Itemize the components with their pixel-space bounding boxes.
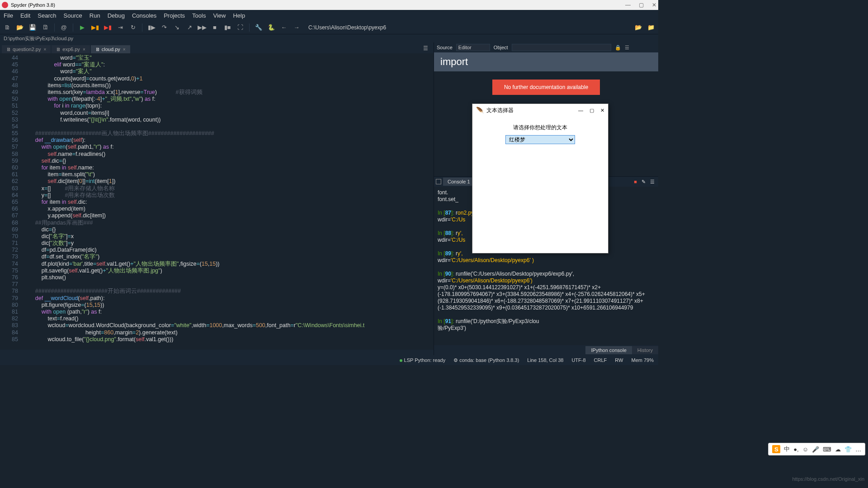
working-dir[interactable]: C:\Users\Alison\Desktop\pyexp6 bbox=[305, 24, 630, 31]
step-over-icon[interactable]: ↷ bbox=[160, 23, 169, 32]
close-tab-icon[interactable]: × bbox=[43, 47, 46, 52]
object-label: Object bbox=[494, 45, 508, 50]
close-tab-icon[interactable]: × bbox=[123, 47, 126, 52]
conda-status: ⚙ conda: base (Python 3.8.3) bbox=[453, 357, 519, 363]
lsp-status: LSP Python: ready bbox=[400, 357, 446, 363]
new-file-icon[interactable]: 🗎 bbox=[3, 23, 12, 32]
menu-debug[interactable]: Debug bbox=[106, 11, 127, 20]
spyder-logo-icon bbox=[2, 2, 8, 8]
file-path-bar: D:\python实验\PyExp3\cloud.py bbox=[0, 34, 658, 42]
lock-icon[interactable]: 🔒 bbox=[615, 45, 621, 51]
open-file-icon[interactable]: 📂 bbox=[15, 23, 24, 32]
browse-folder-icon[interactable]: 📂 bbox=[634, 23, 643, 32]
horizontal-scrollbar[interactable] bbox=[0, 350, 434, 355]
continue-icon[interactable]: ▶▶ bbox=[198, 23, 207, 32]
menu-help[interactable]: Help bbox=[231, 11, 247, 20]
minimize-button[interactable]: — bbox=[625, 2, 631, 8]
run-icon[interactable]: ▶ bbox=[78, 23, 87, 32]
source-label: Source bbox=[437, 45, 453, 50]
close-tab-icon[interactable]: × bbox=[83, 47, 85, 52]
debug-file-icon[interactable]: ▮■ bbox=[223, 23, 232, 32]
editor-tabs: 🗎 question2.py×🗎 exp6.py×🗎 cloud.py×☰ bbox=[0, 42, 434, 53]
text-selector-dialog: 🪶 文本选择器 — ▢ ✕ 请选择你想处理的文本 红楼梦 bbox=[472, 103, 609, 253]
no-docs-warning: No further documentation available bbox=[492, 80, 600, 95]
stop-icon[interactable]: ■ bbox=[210, 23, 219, 32]
rerun-icon[interactable]: ↻ bbox=[128, 23, 137, 32]
menu-tools[interactable]: Tools bbox=[190, 11, 208, 20]
menu-source[interactable]: Source bbox=[62, 11, 84, 20]
source-dropdown[interactable]: Editor bbox=[456, 44, 490, 51]
maximize-button[interactable]: ▢ bbox=[639, 2, 644, 8]
statusbar: LSP Python: ready ⚙ conda: base (Python … bbox=[0, 355, 658, 365]
menu-edit[interactable]: Edit bbox=[19, 11, 32, 20]
help-header: Source Editor Object 🔒 ☰ bbox=[434, 42, 658, 52]
console-tab[interactable]: Console 1 bbox=[443, 178, 475, 186]
dialog-label: 请选择你想处理的文本 bbox=[472, 124, 608, 131]
help-title: import bbox=[434, 52, 658, 71]
tab-ipython-console[interactable]: IPython console bbox=[585, 346, 632, 354]
tab-cloud-py[interactable]: 🗎 cloud.py× bbox=[91, 45, 130, 53]
menubar: FileEditSearchSourceRunDebugConsolesProj… bbox=[0, 10, 658, 21]
console-checkbox-icon[interactable] bbox=[436, 179, 441, 184]
editor[interactable]: 4445464748495051525354555657585960616263… bbox=[0, 53, 434, 350]
tab-history[interactable]: History bbox=[632, 346, 658, 354]
run-selection-icon[interactable]: ⇥ bbox=[116, 23, 125, 32]
stop-kernel-icon[interactable]: ■ bbox=[634, 179, 637, 185]
dialog-titlebar[interactable]: 🪶 文本选择器 — ▢ ✕ bbox=[472, 104, 608, 117]
menu-projects[interactable]: Projects bbox=[162, 11, 187, 20]
encoding: UTF-8 bbox=[571, 357, 585, 363]
cursor-position: Line 158, Col 38 bbox=[527, 357, 563, 363]
eol: CRLF bbox=[594, 357, 607, 363]
clear-icon[interactable]: ✎ bbox=[642, 179, 646, 185]
debug-start-icon[interactable]: ▮▶ bbox=[147, 23, 156, 32]
python-path-icon[interactable]: 🐍 bbox=[267, 23, 276, 32]
console-bottom-tabs: IPython console History bbox=[434, 345, 658, 355]
dialog-maximize-button[interactable]: ▢ bbox=[590, 108, 594, 113]
file-perm: RW bbox=[615, 357, 623, 363]
run-cell-icon[interactable]: ▶▮ bbox=[90, 23, 99, 32]
hamburger-icon[interactable]: ☰ bbox=[625, 45, 629, 51]
parent-folder-icon[interactable]: 📁 bbox=[646, 23, 656, 32]
at-icon[interactable]: @ bbox=[59, 23, 68, 32]
dialog-close-button[interactable]: ✕ bbox=[600, 108, 604, 113]
feather-icon: 🪶 bbox=[476, 107, 484, 114]
object-input[interactable] bbox=[512, 44, 611, 51]
back-icon[interactable]: ← bbox=[279, 23, 288, 32]
step-into-icon[interactable]: ↘ bbox=[172, 23, 181, 32]
run-cell-advance-icon[interactable]: ▶▮ bbox=[103, 23, 112, 32]
text-select[interactable]: 红楼梦 bbox=[505, 135, 575, 144]
titlebar: Spyder (Python 3.8) — ▢ ✕ bbox=[0, 0, 658, 10]
mem-usage: Mem 79% bbox=[631, 357, 654, 363]
hamburger-icon[interactable]: ☰ bbox=[420, 43, 432, 53]
save-icon[interactable]: 💾 bbox=[28, 23, 37, 32]
window-title: Spyder (Python 3.8) bbox=[11, 2, 625, 8]
hamburger-icon[interactable]: ☰ bbox=[650, 179, 655, 185]
tab-exp6-py[interactable]: 🗎 exp6.py× bbox=[52, 45, 90, 53]
toolbar: 🗎 📂 💾 🖺 @ ▶ ▶▮ ▶▮ ⇥ ↻ ▮▶ ↷ ↘ ↗ ▶▶ ■ ▮■ ⛶… bbox=[0, 21, 658, 34]
dialog-minimize-button[interactable]: — bbox=[578, 108, 583, 113]
maximize-pane-icon[interactable]: ⛶ bbox=[236, 23, 245, 32]
step-out-icon[interactable]: ↗ bbox=[185, 23, 194, 32]
save-all-icon[interactable]: 🖺 bbox=[41, 23, 50, 32]
forward-icon[interactable]: → bbox=[292, 23, 301, 32]
close-button[interactable]: ✕ bbox=[652, 2, 656, 8]
menu-file[interactable]: File bbox=[2, 11, 15, 20]
menu-consoles[interactable]: Consoles bbox=[130, 11, 158, 20]
tab-question2-py[interactable]: 🗎 question2.py× bbox=[2, 45, 51, 53]
preferences-icon[interactable]: 🔧 bbox=[254, 23, 263, 32]
menu-search[interactable]: Search bbox=[36, 11, 58, 20]
menu-view[interactable]: View bbox=[211, 11, 227, 20]
menu-run[interactable]: Run bbox=[88, 11, 102, 20]
dialog-title: 文本选择器 bbox=[486, 107, 514, 114]
